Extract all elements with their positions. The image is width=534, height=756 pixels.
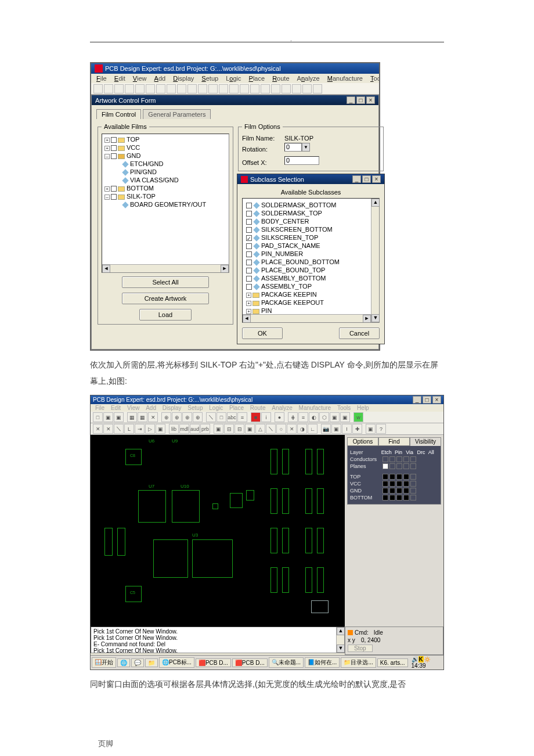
menu-view[interactable]: View — [125, 405, 142, 411]
pcb-canvas[interactable]: U6 U9 C8 U7 U10 U3 C5 — [91, 435, 345, 627]
subclass-tree[interactable]: SOLDERMASK_BOTTOM SOLDERMASK_TOP BODY_CE… — [242, 198, 380, 323]
toolbar-button[interactable] — [292, 84, 301, 93]
scroll-up-icon[interactable]: ▲ — [371, 199, 380, 207]
toolbar-button[interactable]: mdl — [179, 424, 189, 434]
vis-checkbox[interactable] — [389, 481, 395, 487]
toolbar-button[interactable]: ⊕ — [182, 412, 192, 422]
vis-checkbox[interactable] — [396, 456, 402, 462]
toolbar-button[interactable]: ⊕ — [161, 412, 171, 422]
cancel-button[interactable]: Cancel — [339, 327, 380, 339]
toolbar-button[interactable]: abc — [227, 412, 237, 422]
ok-button[interactable]: OK — [242, 327, 283, 339]
toolbar-button[interactable]: △ — [255, 424, 265, 434]
toolbar-button[interactable] — [93, 84, 103, 93]
vis-checkbox[interactable] — [403, 456, 409, 462]
menu-manufacture[interactable]: Manufacture — [324, 75, 366, 82]
toolbar-button[interactable]: ○ — [276, 424, 286, 434]
rotation-dropdown-icon[interactable]: ▼ — [302, 143, 310, 152]
menu-route[interactable]: Route — [248, 405, 268, 411]
toolbar-button[interactable] — [250, 84, 259, 93]
menu-file[interactable]: File — [93, 75, 110, 82]
sub-pin-number[interactable]: PIN_NUMBER — [261, 250, 303, 257]
toolbar-button[interactable]: L — [124, 424, 134, 434]
sub-package-keepin[interactable]: PACKAGE KEEPIN — [261, 291, 317, 298]
stop-button[interactable]: Stop — [348, 645, 373, 652]
menu-tools[interactable]: Tools — [367, 75, 379, 82]
menu-display[interactable]: Display — [170, 75, 197, 82]
quick-launch-icon[interactable]: 💬 — [131, 658, 144, 667]
toolbar-button[interactable] — [125, 84, 134, 93]
menu-edit[interactable]: Edit — [111, 75, 128, 82]
toolbar-button[interactable] — [104, 84, 113, 93]
menu-add[interactable]: Add — [143, 405, 158, 411]
sub-silkscreen-top[interactable]: SILKSCREEN_TOP — [261, 234, 318, 241]
taskbar-item[interactable]: 🟥PCB D... — [232, 658, 268, 667]
select-all-button[interactable]: Select All — [122, 276, 209, 288]
toolbar-button[interactable] — [187, 84, 197, 93]
toolbar-button[interactable]: ⇥ — [135, 424, 145, 434]
toolbar-button[interactable]: ＼ — [114, 424, 124, 434]
toolbar-button[interactable]: □ — [217, 412, 226, 422]
sub-pad-stack-name[interactable]: PAD_STACK_NAME — [261, 242, 320, 249]
menu-place[interactable]: Place — [227, 405, 246, 411]
menu-logic[interactable]: Logic — [207, 405, 225, 411]
toolbar-button[interactable]: w — [353, 412, 363, 422]
toolbar-button[interactable] — [135, 84, 145, 93]
tab-options[interactable]: Options — [347, 437, 378, 446]
vis-checkbox[interactable] — [396, 495, 402, 501]
vis-checkbox[interactable] — [410, 474, 416, 480]
vis-checkbox[interactable] — [383, 456, 388, 462]
sub-assembly-top[interactable]: ASSEMBLY_TOP — [261, 283, 312, 290]
start-button[interactable]: 🪟开始 — [92, 657, 116, 668]
menu-route[interactable]: Route — [269, 75, 292, 82]
toolbar-button[interactable] — [114, 84, 124, 93]
subclass-h-scrollbar[interactable]: ◄ ► — [243, 314, 371, 322]
scroll-up-icon[interactable]: ▲ — [337, 627, 345, 635]
vis-checkbox[interactable] — [396, 463, 402, 469]
menu-analyze[interactable]: Analyze — [294, 75, 323, 82]
vis-checkbox[interactable] — [396, 481, 402, 487]
taskbar-item[interactable]: K6. arts... — [377, 658, 408, 667]
vis-checkbox[interactable] — [389, 456, 395, 462]
tree-h-scrollbar[interactable]: ◄ ► — [102, 264, 229, 272]
editor-menubar[interactable]: File Edit View Add Display Setup Logic P… — [91, 404, 443, 412]
menu-display[interactable]: Display — [160, 405, 184, 411]
sub-place-bound-bottom[interactable]: PLACE_BOUND_BOTTOM — [261, 258, 340, 265]
toolbar-button[interactable]: ⊟ — [224, 424, 234, 434]
load-button[interactable]: Load — [139, 309, 192, 321]
sub-assembly-bottom[interactable]: ASSEMBLY_BOTTOM — [261, 275, 326, 282]
tree-vcc[interactable]: VCC — [127, 144, 140, 151]
sub-silkscreen-bottom[interactable]: SILKSCREEN_BOTTOM — [261, 226, 333, 233]
toolbar-button[interactable]: ▣ — [366, 424, 376, 434]
tab-film-control[interactable]: Film Control — [96, 109, 141, 119]
sub-pin[interactable]: PIN — [261, 307, 272, 314]
vis-checkbox[interactable] — [396, 488, 402, 494]
toolbar-button[interactable]: ▷ — [145, 424, 155, 434]
toolbar-button[interactable]: ✕ — [287, 424, 297, 434]
command-log[interactable]: Pick 1st Corner Of New Window. Pick 1st … — [91, 627, 345, 653]
menu-view[interactable]: View — [130, 75, 150, 82]
toolbar-button[interactable] — [167, 84, 176, 93]
vis-checkbox[interactable] — [403, 474, 409, 480]
toolbar-button[interactable]: ◐ — [309, 412, 319, 422]
vis-checkbox[interactable] — [383, 481, 388, 487]
toolbar-button[interactable] — [271, 84, 280, 93]
toolbar-button[interactable]: ⬡ — [319, 412, 329, 422]
toolbar-button[interactable]: prb — [200, 424, 210, 434]
toolbar-button[interactable]: ＼ — [266, 424, 276, 434]
toolbar-button[interactable]: ▣ — [330, 412, 340, 422]
tree-viaclass-gnd[interactable]: VIA CLASS/GND — [130, 177, 179, 183]
toolbar-button[interactable] — [229, 84, 239, 93]
menu-manufacture[interactable]: Manufacture — [297, 405, 334, 411]
vis-checkbox[interactable] — [383, 463, 388, 469]
maximize-icon[interactable]: □ — [362, 175, 371, 183]
menu-setup[interactable]: Setup — [199, 75, 221, 82]
toolbar-button[interactable]: ⊟ — [234, 424, 244, 434]
menu-setup[interactable]: Setup — [185, 405, 205, 411]
sub-soldermask-bottom[interactable]: SOLDERMASK_BOTTOM — [261, 201, 336, 208]
toolbar-button[interactable]: ▣ — [214, 424, 223, 434]
vis-checkbox[interactable] — [389, 495, 395, 501]
toolbar-button[interactable]: lib — [169, 424, 179, 434]
close-icon[interactable]: × — [366, 96, 375, 104]
vis-checkbox[interactable] — [410, 495, 416, 501]
